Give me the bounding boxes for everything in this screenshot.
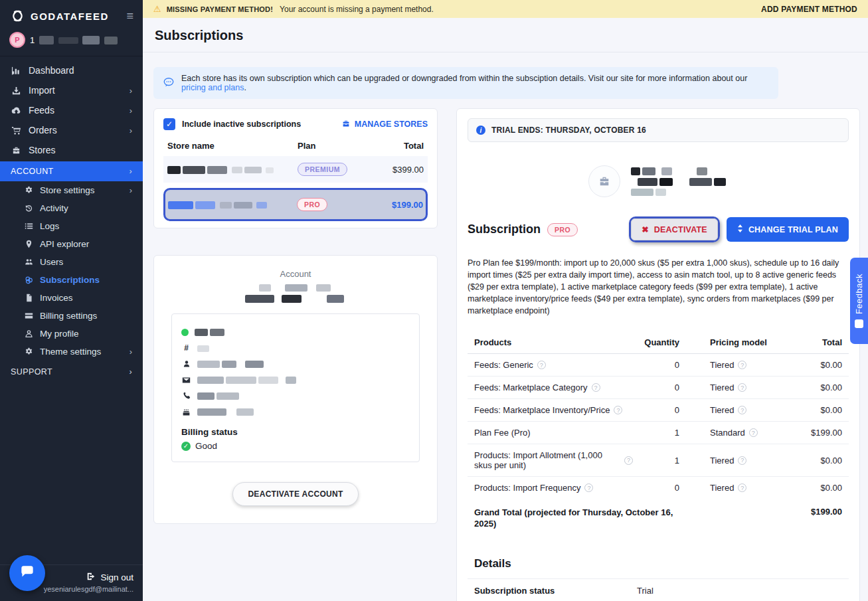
logo-text: GODATAFEED: [31, 11, 121, 22]
sidebar-item-label: Feeds: [29, 105, 54, 116]
pricing-and-plans-link[interactable]: pricing and plans: [181, 83, 244, 92]
deactivate-focus-ring: ✖ DEACTIVATE: [629, 216, 720, 242]
sidebar-item-theme-settings[interactable]: Theme settings ›: [0, 343, 143, 361]
pricing-model: Tiered: [710, 456, 734, 466]
detail-label: Subscription status: [474, 586, 637, 596]
grand-total-label: Grand Total (projected for Thursday, Oct…: [474, 507, 673, 529]
sidebar-item-logs[interactable]: Logs: [0, 217, 143, 235]
workspace-row[interactable]: P 1: [9, 32, 133, 49]
store-avatar: [588, 165, 620, 197]
sidebar-item-store-settings[interactable]: Store settings ›: [0, 181, 143, 199]
trial-ends-notice: i TRIAL ENDS: THURSDAY, OCTOBER 16: [468, 118, 849, 142]
help-icon[interactable]: ?: [738, 361, 746, 369]
feedback-tab[interactable]: Feedback: [850, 258, 868, 344]
product-qty: 0: [633, 405, 679, 415]
help-icon[interactable]: ?: [614, 406, 622, 414]
check-circle-icon: ✓: [181, 442, 191, 451]
chat-widget-button[interactable]: [9, 555, 45, 591]
account-details-box: # Billing status ✓ Good: [171, 313, 420, 462]
sidebar-item-users[interactable]: Users: [0, 253, 143, 271]
help-icon[interactable]: ?: [738, 483, 746, 492]
sidebar-item-label: My profile: [40, 329, 79, 339]
pricing-model: Tiered: [710, 360, 734, 370]
col-quantity: Quantity: [633, 337, 679, 347]
subscription-header: Subscription PRO ✖ DEACTIVATE: [468, 216, 849, 242]
sidebar-item-api-explorer[interactable]: API explorer: [0, 235, 143, 253]
help-icon[interactable]: ?: [738, 383, 746, 392]
sidebar-item-stores[interactable]: Stores: [0, 140, 143, 160]
store-row[interactable]: PREMIUM $399.00: [163, 156, 428, 183]
sidebar-item-label: Logs: [40, 221, 59, 231]
sidebar-item-dashboard[interactable]: Dashboard: [0, 60, 143, 80]
sidebar-item-label: Subscriptions: [40, 275, 100, 285]
sidebar-item-activity[interactable]: Activity: [0, 199, 143, 217]
products-table-header: Products Quantity Pricing model Total: [468, 331, 849, 354]
pricing-model: Tiered: [710, 383, 734, 392]
pricing-model: Tiered: [710, 483, 734, 493]
add-payment-method-button[interactable]: ADD PAYMENT METHOD: [761, 5, 857, 14]
sidebar-item-subscriptions[interactable]: Subscriptions: [0, 271, 143, 289]
chevron-right-icon: ›: [130, 126, 132, 135]
feedback-chat-icon: [855, 319, 863, 328]
change-trial-plan-button[interactable]: CHANGE TRIAL PLAN: [727, 217, 849, 242]
redacted-store-name: [168, 200, 297, 210]
product-total: $0.00: [769, 383, 842, 392]
section-label: SUPPORT: [11, 367, 52, 377]
chat-bubble-icon: [19, 564, 36, 583]
plan-description: Pro Plan fee $199/month: import up to 20…: [468, 257, 849, 317]
sidebar-item-feeds[interactable]: Feeds ›: [0, 100, 143, 120]
help-icon[interactable]: ?: [592, 383, 600, 392]
help-icon[interactable]: ?: [624, 456, 633, 465]
sidebar-item-billing-settings[interactable]: Billing settings: [0, 307, 143, 325]
include-inactive-checkbox[interactable]: ✓ Include inactive subscriptions: [163, 118, 301, 130]
person-icon: [24, 329, 34, 338]
products-table: Products Quantity Pricing model Total Fe…: [468, 331, 849, 529]
sidebar-item-label: Orders: [29, 125, 57, 135]
sidebar-section-account[interactable]: ACCOUNT ›: [0, 161, 143, 181]
section-label: ACCOUNT: [11, 167, 54, 176]
sidebar: GODATAFEED ≡ P 1 Dashboard Import: [0, 0, 143, 601]
sidebar-section-support[interactable]: SUPPORT ›: [0, 362, 143, 382]
briefcase-icon: [11, 145, 22, 155]
sidebar-item-my-profile[interactable]: My profile: [0, 325, 143, 343]
sign-out-button[interactable]: Sign out: [86, 572, 133, 583]
sidebar-item-import[interactable]: Import ›: [0, 80, 143, 100]
details-table: Subscription status Trial Billing freque…: [468, 578, 849, 601]
gear-icon: [24, 347, 34, 356]
banner-message: Your account is missing a payment method…: [280, 5, 434, 14]
redacted-store-name: [167, 165, 298, 175]
credit-card-icon: [24, 311, 34, 320]
sidebar-header: GODATAFEED ≡ P 1: [0, 0, 143, 56]
help-icon[interactable]: ?: [738, 456, 746, 465]
deactivate-account-button[interactable]: DEACTIVATE ACCOUNT: [232, 482, 358, 506]
envelope-icon: [181, 376, 191, 385]
plan-badge-pro: PRO: [547, 223, 578, 236]
redacted-store-title: [631, 165, 728, 198]
alert-period: .: [244, 83, 246, 92]
help-icon[interactable]: ?: [738, 406, 746, 414]
sidebar-item-invoices[interactable]: Invoices: [0, 289, 143, 307]
sidebar-item-orders[interactable]: Orders ›: [0, 120, 143, 140]
payment-warning-banner: ⚠ MISSING PAYMENT METHOD! Your account i…: [143, 0, 868, 18]
help-icon[interactable]: ?: [537, 361, 546, 369]
help-icon[interactable]: ?: [584, 483, 593, 492]
sidebar-item-label: Invoices: [40, 293, 73, 303]
deactivate-subscription-button[interactable]: ✖ DEACTIVATE: [631, 218, 718, 240]
briefcase-icon: [341, 119, 351, 130]
phone-icon: [181, 392, 191, 400]
help-icon[interactable]: ?: [749, 428, 758, 437]
sidebar-nav: Dashboard Import › Feeds › Orders ›: [0, 56, 143, 564]
gear-icon: [24, 186, 34, 195]
person-icon: [181, 360, 191, 368]
product-name: Feeds: Marketplace Category: [474, 383, 588, 392]
col-total: Total: [371, 141, 424, 151]
history-icon: [24, 204, 34, 213]
store-row-selected[interactable]: PRO $199.00: [163, 188, 428, 221]
manage-stores-button[interactable]: MANAGE STORES: [341, 119, 428, 130]
left-column: ✓ Include inactive subscriptions MANAGE …: [153, 108, 438, 524]
users-icon: [24, 258, 34, 266]
sidebar-item-label: Import: [29, 85, 55, 96]
content: Each store has its own subscription whic…: [143, 52, 868, 601]
hamburger-icon[interactable]: ≡: [126, 10, 133, 22]
cake-icon: [181, 408, 191, 416]
